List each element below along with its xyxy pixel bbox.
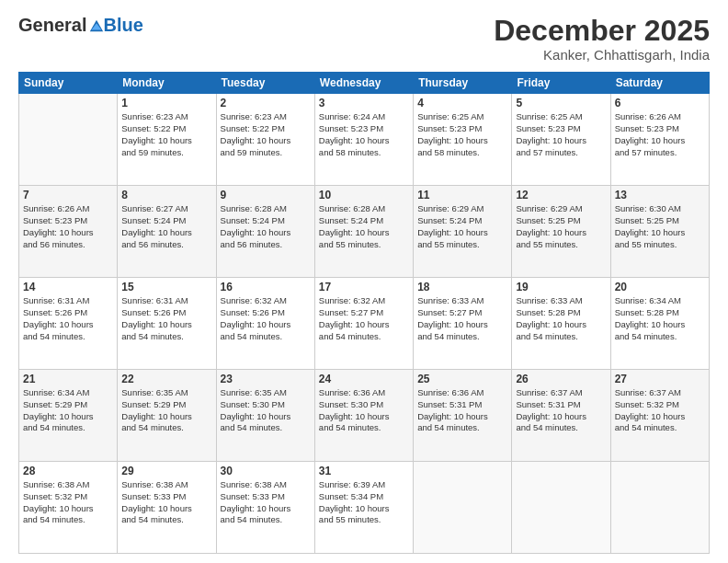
day-number: 21 <box>23 373 113 385</box>
day-number: 18 <box>417 281 507 293</box>
title-block: December 2025 Kanker, Chhattisgarh, Indi… <box>494 15 710 63</box>
day-number: 10 <box>319 189 409 201</box>
cell-info: Sunrise: 6:33 AMSunset: 5:28 PMDaylight:… <box>516 295 606 342</box>
day-number: 6 <box>615 97 705 109</box>
calendar-cell: 28Sunrise: 6:38 AMSunset: 5:32 PMDayligh… <box>19 462 118 554</box>
calendar-cell: 23Sunrise: 6:35 AMSunset: 5:30 PMDayligh… <box>216 370 314 462</box>
calendar-cell: 4Sunrise: 6:25 AMSunset: 5:23 PMDaylight… <box>414 94 512 186</box>
cell-info: Sunrise: 6:26 AMSunset: 5:23 PMDaylight:… <box>615 111 705 158</box>
column-header-thursday: Thursday <box>414 73 512 94</box>
day-number: 31 <box>319 465 409 477</box>
cell-info: Sunrise: 6:29 AMSunset: 5:25 PMDaylight:… <box>516 203 606 250</box>
calendar-cell <box>414 462 512 554</box>
day-number: 15 <box>121 281 211 293</box>
calendar-cell: 21Sunrise: 6:34 AMSunset: 5:29 PMDayligh… <box>19 370 118 462</box>
calendar-cell: 2Sunrise: 6:23 AMSunset: 5:22 PMDaylight… <box>216 94 314 186</box>
column-header-monday: Monday <box>118 73 216 94</box>
cell-info: Sunrise: 6:30 AMSunset: 5:25 PMDaylight:… <box>615 203 705 250</box>
cell-info: Sunrise: 6:24 AMSunset: 5:23 PMDaylight:… <box>319 111 409 158</box>
cell-info: Sunrise: 6:26 AMSunset: 5:23 PMDaylight:… <box>23 203 113 250</box>
calendar-cell: 30Sunrise: 6:38 AMSunset: 5:33 PMDayligh… <box>216 462 314 554</box>
column-header-tuesday: Tuesday <box>216 73 314 94</box>
calendar-cell: 7Sunrise: 6:26 AMSunset: 5:23 PMDaylight… <box>19 186 118 278</box>
calendar-cell: 31Sunrise: 6:39 AMSunset: 5:34 PMDayligh… <box>314 462 413 554</box>
day-number: 8 <box>121 189 211 201</box>
day-number: 30 <box>221 465 311 477</box>
calendar-body: 1Sunrise: 6:23 AMSunset: 5:22 PMDaylight… <box>19 94 710 554</box>
cell-info: Sunrise: 6:33 AMSunset: 5:27 PMDaylight:… <box>417 295 507 342</box>
calendar-cell: 25Sunrise: 6:36 AMSunset: 5:31 PMDayligh… <box>414 370 512 462</box>
day-number: 12 <box>516 189 606 201</box>
day-number: 23 <box>221 373 311 385</box>
cell-info: Sunrise: 6:25 AMSunset: 5:23 PMDaylight:… <box>417 111 507 158</box>
calendar-cell: 17Sunrise: 6:32 AMSunset: 5:27 PMDayligh… <box>314 278 413 370</box>
day-number: 24 <box>319 373 409 385</box>
cell-info: Sunrise: 6:37 AMSunset: 5:31 PMDaylight:… <box>516 387 606 434</box>
cell-info: Sunrise: 6:37 AMSunset: 5:32 PMDaylight:… <box>615 387 705 434</box>
logo-general: General <box>18 15 86 36</box>
day-number: 9 <box>221 189 311 201</box>
calendar-cell: 19Sunrise: 6:33 AMSunset: 5:28 PMDayligh… <box>512 278 610 370</box>
cell-info: Sunrise: 6:35 AMSunset: 5:30 PMDaylight:… <box>221 387 311 434</box>
logo: General Blue <box>18 15 143 36</box>
day-number: 13 <box>615 189 705 201</box>
day-number: 29 <box>121 465 211 477</box>
calendar-cell: 5Sunrise: 6:25 AMSunset: 5:23 PMDaylight… <box>512 94 610 186</box>
calendar-cell <box>610 462 709 554</box>
day-number: 20 <box>615 281 705 293</box>
cell-info: Sunrise: 6:31 AMSunset: 5:26 PMDaylight:… <box>121 295 211 342</box>
day-number: 3 <box>319 97 409 109</box>
calendar-cell: 16Sunrise: 6:32 AMSunset: 5:26 PMDayligh… <box>216 278 314 370</box>
week-row-5: 28Sunrise: 6:38 AMSunset: 5:32 PMDayligh… <box>19 462 710 554</box>
cell-info: Sunrise: 6:23 AMSunset: 5:22 PMDaylight:… <box>121 111 211 158</box>
column-header-friday: Friday <box>512 73 610 94</box>
calendar-cell: 9Sunrise: 6:28 AMSunset: 5:24 PMDaylight… <box>216 186 314 278</box>
calendar-cell: 8Sunrise: 6:27 AMSunset: 5:24 PMDaylight… <box>118 186 216 278</box>
header: General Blue December 2025 Kanker, Chhat… <box>18 15 710 63</box>
week-row-4: 21Sunrise: 6:34 AMSunset: 5:29 PMDayligh… <box>19 370 710 462</box>
cell-info: Sunrise: 6:23 AMSunset: 5:22 PMDaylight:… <box>221 111 311 158</box>
logo-blue: Blue <box>103 15 142 36</box>
calendar-cell: 14Sunrise: 6:31 AMSunset: 5:26 PMDayligh… <box>19 278 118 370</box>
calendar-cell: 11Sunrise: 6:29 AMSunset: 5:24 PMDayligh… <box>414 186 512 278</box>
day-number: 17 <box>319 281 409 293</box>
calendar-header-row: SundayMondayTuesdayWednesdayThursdayFrid… <box>19 73 710 94</box>
cell-info: Sunrise: 6:31 AMSunset: 5:26 PMDaylight:… <box>23 295 113 342</box>
cell-info: Sunrise: 6:27 AMSunset: 5:24 PMDaylight:… <box>121 203 211 250</box>
week-row-3: 14Sunrise: 6:31 AMSunset: 5:26 PMDayligh… <box>19 278 710 370</box>
cell-info: Sunrise: 6:35 AMSunset: 5:29 PMDaylight:… <box>121 387 211 434</box>
cell-info: Sunrise: 6:38 AMSunset: 5:33 PMDaylight:… <box>221 479 311 526</box>
day-number: 25 <box>417 373 507 385</box>
calendar-cell: 24Sunrise: 6:36 AMSunset: 5:30 PMDayligh… <box>314 370 413 462</box>
calendar-cell <box>19 94 118 186</box>
cell-info: Sunrise: 6:32 AMSunset: 5:27 PMDaylight:… <box>319 295 409 342</box>
day-number: 19 <box>516 281 606 293</box>
calendar-cell: 15Sunrise: 6:31 AMSunset: 5:26 PMDayligh… <box>118 278 216 370</box>
day-number: 28 <box>23 465 113 477</box>
calendar-cell: 12Sunrise: 6:29 AMSunset: 5:25 PMDayligh… <box>512 186 610 278</box>
calendar-cell: 26Sunrise: 6:37 AMSunset: 5:31 PMDayligh… <box>512 370 610 462</box>
cell-info: Sunrise: 6:38 AMSunset: 5:33 PMDaylight:… <box>121 479 211 526</box>
cell-info: Sunrise: 6:25 AMSunset: 5:23 PMDaylight:… <box>516 111 606 158</box>
cell-info: Sunrise: 6:34 AMSunset: 5:29 PMDaylight:… <box>23 387 113 434</box>
day-number: 1 <box>121 97 211 109</box>
cell-info: Sunrise: 6:38 AMSunset: 5:32 PMDaylight:… <box>23 479 113 526</box>
day-number: 16 <box>221 281 311 293</box>
cell-info: Sunrise: 6:28 AMSunset: 5:24 PMDaylight:… <box>319 203 409 250</box>
logo-text: General Blue <box>18 15 143 36</box>
day-number: 2 <box>221 97 311 109</box>
location-subtitle: Kanker, Chhattisgarh, India <box>494 47 710 63</box>
day-number: 26 <box>516 373 606 385</box>
page: General Blue December 2025 Kanker, Chhat… <box>0 0 728 563</box>
column-header-wednesday: Wednesday <box>314 73 413 94</box>
calendar-cell: 6Sunrise: 6:26 AMSunset: 5:23 PMDaylight… <box>610 94 709 186</box>
calendar-cell: 20Sunrise: 6:34 AMSunset: 5:28 PMDayligh… <box>610 278 709 370</box>
cell-info: Sunrise: 6:28 AMSunset: 5:24 PMDaylight:… <box>221 203 311 250</box>
week-row-2: 7Sunrise: 6:26 AMSunset: 5:23 PMDaylight… <box>19 186 710 278</box>
day-number: 22 <box>121 373 211 385</box>
cell-info: Sunrise: 6:39 AMSunset: 5:34 PMDaylight:… <box>319 479 409 526</box>
calendar-cell: 27Sunrise: 6:37 AMSunset: 5:32 PMDayligh… <box>610 370 709 462</box>
calendar-table: SundayMondayTuesdayWednesdayThursdayFrid… <box>18 72 710 554</box>
calendar-cell: 3Sunrise: 6:24 AMSunset: 5:23 PMDaylight… <box>314 94 413 186</box>
day-number: 14 <box>23 281 113 293</box>
